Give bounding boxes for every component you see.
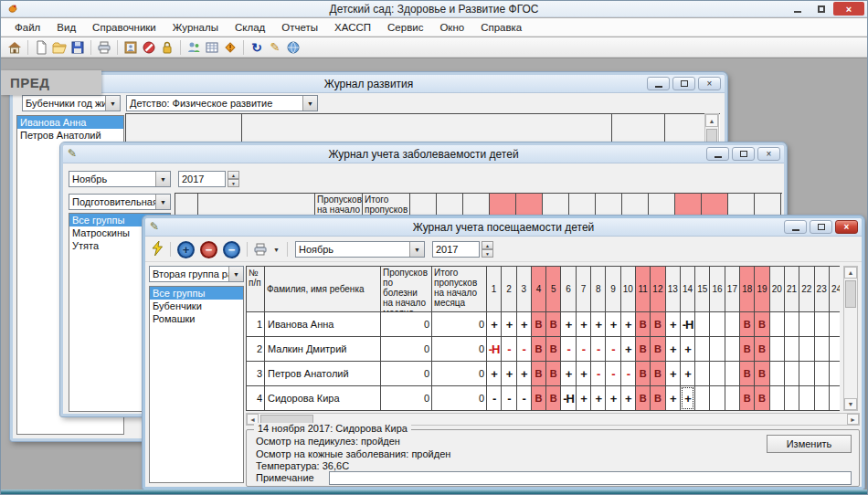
day-header-cell[interactable]: 16	[710, 267, 725, 312]
menu-item[interactable]: Склад	[227, 22, 273, 33]
day-mark-cell[interactable]: +	[606, 386, 620, 411]
day-mark-cell[interactable]: В	[546, 312, 561, 337]
day-mark-cell[interactable]: +	[577, 312, 591, 337]
day-mark-cell[interactable]: В	[546, 362, 561, 386]
day-mark-cell[interactable]: +	[487, 312, 502, 337]
day-mark-cell[interactable]: +	[606, 312, 620, 337]
day-header-cell[interactable]: 23	[815, 267, 830, 312]
scroll-up-icon[interactable]: ▲	[705, 114, 718, 127]
new-document-icon[interactable]	[33, 39, 49, 56]
menu-item[interactable]: ХАССП	[326, 22, 379, 33]
day-mark-cell[interactable]: В	[546, 386, 561, 411]
day-header-cell[interactable]: 10	[621, 267, 636, 312]
day-header-cell[interactable]: 1	[487, 267, 502, 312]
day-mark-cell[interactable]	[815, 337, 830, 362]
chevron-down-icon[interactable]: ▼	[409, 242, 424, 257]
spin-down-icon[interactable]: ▼	[228, 179, 239, 187]
day-mark-cell[interactable]	[785, 337, 799, 362]
day-header-cell[interactable]: 2	[502, 267, 516, 312]
day-mark-cell[interactable]: +	[681, 362, 695, 386]
list-item[interactable]: Петров Анатолий	[17, 129, 123, 142]
day-mark-cell[interactable]: +	[487, 362, 502, 386]
day-mark-cell[interactable]	[725, 362, 740, 386]
print-icon[interactable]	[96, 39, 112, 56]
day-header-cell[interactable]: 17	[725, 267, 740, 312]
day-mark-cell[interactable]	[695, 337, 710, 362]
illness-maximize-button[interactable]	[732, 147, 755, 161]
menu-item[interactable]: Журналы	[164, 22, 227, 33]
diamond-warning-icon[interactable]	[222, 39, 238, 56]
day-mark-cell[interactable]: -Н	[681, 312, 695, 337]
dev-section-combo[interactable]: Детство: Физическое развитие▼	[126, 95, 318, 111]
chevron-down-icon[interactable]: ▼	[228, 267, 243, 281]
attendance-cell[interactable]: 0	[432, 312, 487, 337]
day-mark-cell[interactable]: В	[755, 362, 769, 386]
scrollbar-thumb[interactable]	[845, 280, 856, 308]
list-item[interactable]: Ромашки	[150, 312, 243, 325]
day-mark-cell[interactable]	[770, 312, 785, 337]
day-mark-cell[interactable]: В	[755, 337, 769, 362]
day-mark-cell[interactable]	[725, 312, 740, 337]
attendance-cell[interactable]: 0	[432, 386, 487, 411]
day-mark-cell[interactable]: +	[561, 362, 576, 386]
attendance-cell[interactable]: 4	[247, 386, 265, 411]
day-mark-cell[interactable]: +	[666, 362, 681, 386]
day-header-cell[interactable]: 24	[830, 267, 840, 312]
day-mark-cell[interactable]: -	[502, 386, 516, 411]
day-mark-cell[interactable]: +	[621, 337, 636, 362]
list-item[interactable]: Иванова Анна	[17, 116, 123, 129]
illness-close-button[interactable]: ×	[757, 147, 780, 161]
day-mark-cell[interactable]	[799, 386, 814, 411]
day-mark-cell[interactable]	[815, 386, 830, 411]
attendance-group-combo[interactable]: Вторая группа ранне▼	[149, 266, 244, 282]
lightning-icon[interactable]	[151, 240, 164, 258]
forbidden-icon[interactable]	[141, 39, 157, 56]
day-mark-cell[interactable]: В	[755, 386, 769, 411]
attendance-year-spinner[interactable]: 2017 ▲▼	[432, 241, 493, 258]
day-mark-cell[interactable]	[695, 362, 710, 386]
day-header-cell[interactable]: 12	[651, 267, 665, 312]
day-header-cell[interactable]: 5	[546, 267, 561, 312]
dev-close-button[interactable]: ×	[698, 77, 721, 90]
day-mark-cell[interactable]	[710, 312, 725, 337]
day-mark-cell[interactable]	[799, 362, 814, 386]
day-header-cell[interactable]: 7	[577, 267, 591, 312]
day-header-cell[interactable]: 6	[561, 267, 576, 312]
day-mark-cell[interactable]: -	[606, 362, 620, 386]
day-mark-cell[interactable]: -Н	[487, 337, 502, 362]
attendance-cell[interactable]: 0	[432, 337, 487, 362]
day-mark-cell[interactable]: -Н	[561, 386, 576, 411]
dev-minimize-button[interactable]	[647, 77, 670, 90]
day-mark-cell[interactable]: В	[651, 386, 665, 411]
day-mark-cell[interactable]: В	[636, 337, 651, 362]
day-header-cell[interactable]: 18	[740, 267, 755, 312]
day-mark-cell[interactable]	[830, 386, 840, 411]
illness-group-combo[interactable]: Подготовительная к▼	[69, 194, 171, 210]
attendance-cell[interactable]: 1	[247, 312, 265, 337]
day-mark-cell[interactable]: +	[502, 362, 516, 386]
scroll-right-icon[interactable]: ►	[847, 414, 859, 425]
attendance-cell[interactable]: 3	[247, 362, 265, 386]
day-mark-cell[interactable]	[770, 362, 785, 386]
attendance-month-combo[interactable]: Ноябрь▼	[295, 241, 425, 258]
table-icon[interactable]	[204, 39, 220, 56]
attendance-cell[interactable]: 0	[381, 312, 432, 337]
day-mark-cell[interactable]	[815, 362, 830, 386]
day-mark-cell[interactable]	[710, 362, 725, 386]
attendance-cell[interactable]: 0	[381, 386, 432, 411]
day-header-cell[interactable]: 22	[799, 267, 814, 312]
attendance-maximize-button[interactable]	[810, 220, 832, 234]
day-header-cell[interactable]: 11	[636, 267, 651, 312]
day-mark-cell[interactable]: -	[517, 386, 532, 411]
day-header-cell[interactable]: 3	[517, 267, 532, 312]
dev-maximize-button[interactable]	[672, 77, 695, 90]
day-mark-cell[interactable]	[785, 386, 799, 411]
day-mark-cell[interactable]: +	[561, 312, 576, 337]
attendance-vertical-scrollbar[interactable]: ▲ ▼	[843, 266, 858, 411]
day-mark-cell[interactable]	[785, 312, 799, 337]
scroll-down-icon[interactable]: ▼	[844, 398, 857, 410]
day-mark-cell[interactable]: -	[561, 337, 576, 362]
attendance-cell[interactable]: 0	[381, 337, 432, 362]
day-mark-cell[interactable]: В	[546, 337, 561, 362]
attendance-cell[interactable]: 2	[247, 337, 265, 362]
